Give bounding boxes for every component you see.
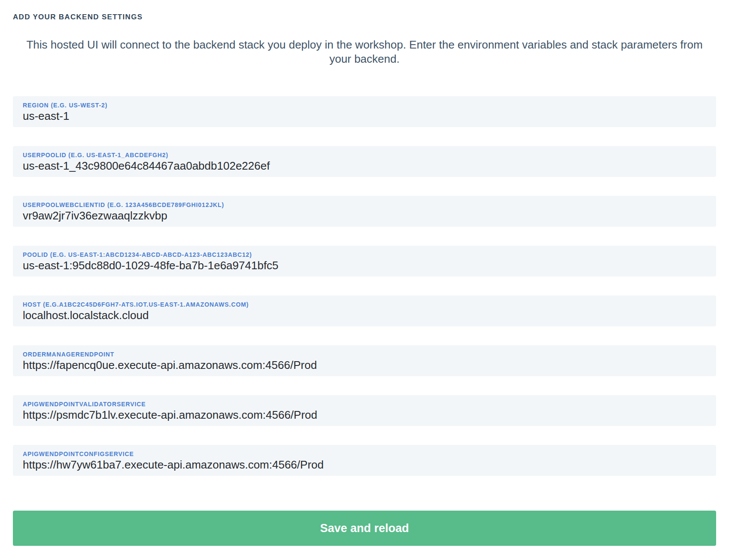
field-ordermanagerendpoint: ORDERMANAGERENDPOINT [13, 345, 716, 376]
field-apigwendpointconfigservice-input[interactable] [23, 458, 706, 472]
field-host-label: HOST (E.G.A1BC2C45D6FGH7-ATS.IOT.US-EAST… [23, 301, 706, 308]
field-apigwendpointconfigservice-label: APIGWENDPOINTCONFIGSERVICE [23, 450, 706, 457]
field-apigwendpointvalidatorservice-input[interactable] [23, 408, 706, 422]
field-userpoolwebclientid: USERPOOLWEBCLIENTID (E.G. 123A456BCDE789… [13, 196, 716, 227]
field-poolid-input[interactable] [23, 259, 706, 272]
settings-form: REGION (E.G. US-WEST-2) USERPOOLID (E.G.… [13, 96, 716, 476]
field-userpoolwebclientid-input[interactable] [23, 209, 706, 222]
field-region: REGION (E.G. US-WEST-2) [13, 96, 716, 127]
field-apigwendpointvalidatorservice: APIGWENDPOINTVALIDATORSERVICE [13, 395, 716, 426]
page-description: This hosted UI will connect to the backe… [13, 38, 716, 66]
field-host-input[interactable] [23, 309, 706, 322]
field-ordermanagerendpoint-label: ORDERMANAGERENDPOINT [23, 351, 706, 358]
field-host: HOST (E.G.A1BC2C45D6FGH7-ATS.IOT.US-EAST… [13, 295, 716, 326]
field-apigwendpointvalidatorservice-label: APIGWENDPOINTVALIDATORSERVICE [23, 401, 706, 408]
field-poolid: POOLID (E.G. US-EAST-1:ABCD1234-ABCD-ABC… [13, 246, 716, 277]
page-title: ADD YOUR BACKEND SETTINGS [13, 13, 716, 21]
field-userpoolid: USERPOOLID (E.G. US-EAST-1_ABCDEFGH2) [13, 146, 716, 177]
field-userpoolwebclientid-label: USERPOOLWEBCLIENTID (E.G. 123A456BCDE789… [23, 201, 706, 208]
save-and-reload-button[interactable]: Save and reload [13, 511, 716, 546]
backend-settings-page: ADD YOUR BACKEND SETTINGS This hosted UI… [0, 0, 729, 560]
field-userpoolid-label: USERPOOLID (E.G. US-EAST-1_ABCDEFGH2) [23, 152, 706, 158]
field-poolid-label: POOLID (E.G. US-EAST-1:ABCD1234-ABCD-ABC… [23, 251, 706, 258]
field-apigwendpointconfigservice: APIGWENDPOINTCONFIGSERVICE [13, 445, 716, 476]
field-ordermanagerendpoint-input[interactable] [23, 359, 706, 372]
field-userpoolid-input[interactable] [23, 159, 706, 173]
field-region-input[interactable] [23, 110, 706, 123]
field-region-label: REGION (E.G. US-WEST-2) [23, 102, 706, 109]
